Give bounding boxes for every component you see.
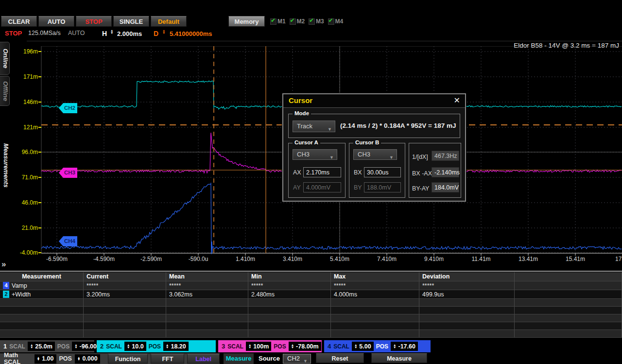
y-tick-label: 46.0m [9, 199, 38, 206]
cursor-b-source-dropdown[interactable]: CH3 ▼ [353, 149, 397, 160]
sidebar-tab-offline[interactable]: Offline [0, 76, 10, 106]
label-button[interactable]: Label [187, 354, 220, 364]
m4-checkbox[interactable]: M4 [328, 17, 344, 25]
delay-spinner-icon[interactable]: ▲▼ [162, 30, 165, 34]
auto-button[interactable]: AUTO [38, 16, 74, 27]
empty-cell [248, 307, 331, 314]
position-label: POS [274, 343, 286, 350]
cursor-dialog-title: Cursor [289, 96, 312, 104]
clear-button[interactable]: CLEAR [1, 16, 37, 27]
fft-button[interactable]: FFT [151, 354, 184, 364]
channel-number: 3 [222, 343, 225, 350]
table-row[interactable]: MeasurementCurrentMeanMinMaxDeviation [0, 272, 622, 281]
sidebar-tab-online[interactable]: Online [0, 42, 10, 75]
measure-setup-button[interactable]: Measure Setup [371, 353, 427, 363]
spinner-icon[interactable]: ▲▼ [77, 357, 80, 361]
x-tick-label: 17.41 [615, 256, 622, 262]
channel-number: 1 [3, 343, 7, 350]
default-button[interactable]: Default [151, 16, 187, 27]
column-header: Min [248, 272, 331, 281]
bx-label: BX [354, 169, 362, 176]
x-tick-label: 7.410m [377, 256, 397, 262]
x-tick-label: -2.590m [140, 256, 162, 262]
h-spinner-icon[interactable]: ▲▼ [110, 30, 113, 34]
math-scale-input[interactable]: ▲▼ 1.00 [35, 354, 56, 364]
x-tick-label: 11.41m [471, 256, 490, 262]
memory-button[interactable]: Memory [228, 16, 265, 27]
memory-check-label: M1 [277, 18, 286, 25]
position-value-input[interactable]: ▲▼-78.00m [289, 342, 321, 351]
expand-panel-icon[interactable]: » [1, 260, 5, 269]
checkbox-checked-icon [290, 18, 296, 25]
empty-cell [419, 314, 515, 322]
table-row[interactable]: 2+Width3.200ms3.062ms2.480ms4.000ms499.9… [0, 290, 622, 299]
close-icon[interactable]: ✕ [454, 96, 460, 105]
cursor-dialog-titlebar[interactable]: Cursor ✕ [283, 94, 465, 108]
scale-value-input[interactable]: ▲▼10.0 [124, 342, 146, 351]
x-tick-label: -590.0u [189, 256, 208, 262]
empty-cell [419, 307, 515, 314]
horizontal-scale-value[interactable]: 2.000ms [117, 30, 142, 37]
bx-input[interactable]: 30.00us [364, 167, 401, 177]
oscilloscope-app: CLEARAUTOSTOPSINGLEDefaultMemoryM1M2M3M4… [0, 0, 622, 364]
measure-button[interactable]: Measure [224, 353, 254, 364]
m3-checkbox[interactable]: M3 [309, 17, 324, 25]
cursor-b-group: Cursor B CH3 ▼ BX 30.00us BY 188.0mV [349, 143, 405, 198]
empty-cell [331, 299, 419, 306]
table-row[interactable] [0, 322, 622, 330]
memory-check-label: M4 [335, 18, 344, 25]
cursor-dialog: Cursor ✕ Mode Track ▼ (2.14 ms / 2) * 0.… [282, 93, 466, 202]
m2-checkbox[interactable]: M2 [290, 17, 305, 25]
energy-formula: (2.14 ms / 2) * 0.184A * 952V = 187 mJ [340, 122, 456, 129]
reset-statistic-button[interactable]: Reset Statistic [316, 353, 364, 363]
table-row[interactable] [0, 299, 622, 307]
measurement-value: 2.480ms [248, 290, 331, 298]
table-row[interactable]: 4Vamp************************* [0, 281, 622, 290]
dy-value: 184.0mV [432, 182, 459, 192]
sidebar-tab-measurements[interactable]: Measurements [1, 136, 10, 195]
table-row[interactable] [0, 330, 622, 338]
single-button[interactable]: SINGLE [113, 16, 149, 27]
cursor-a-group-label: Cursor A [293, 139, 320, 145]
scale-value-input[interactable]: ▲▼5.00 [352, 342, 374, 351]
source-dropdown[interactable]: CH2 ▼ [283, 354, 311, 364]
mode-group: Mode Track ▼ (2.14 ms / 2) * 0.184A * 95… [288, 114, 460, 138]
scale-label: SCAL [9, 343, 25, 350]
channel-1-scale-bar: 1SCAL▲▼25.0mPOS▲▼-96.00m [0, 340, 94, 352]
x-tick-label: 5.410m [330, 256, 349, 262]
stop-button[interactable]: STOP [76, 16, 112, 27]
empty-cell [84, 314, 166, 322]
measurement-value: 3.200ms [84, 290, 166, 298]
checkbox-checked-icon [328, 18, 334, 25]
cursor-b-group-label: Cursor B [353, 139, 381, 145]
delay-value[interactable]: 5.41000000ms [170, 30, 212, 37]
measurement-value: 3.062ms [166, 290, 248, 298]
scale-value-input[interactable]: ▲▼100m [246, 342, 271, 351]
table-row[interactable] [0, 314, 622, 322]
measurement-name: Vamp [12, 282, 27, 289]
scale-value-input[interactable]: ▲▼25.0m [28, 342, 55, 351]
spinner-icon[interactable]: ▲▼ [37, 357, 40, 361]
measurement-value: ***** [84, 281, 166, 290]
position-label: POS [57, 343, 69, 350]
cursor-results-group: 1/[dX] 467.3Hz BX -AX -2.140ms BY-AY 184… [409, 143, 461, 198]
ax-input[interactable]: 2.170ms [303, 167, 341, 177]
chevron-down-icon: ▼ [389, 153, 394, 162]
x-tick-label: 1.410m [236, 256, 255, 262]
measurement-value [515, 281, 622, 290]
table-row[interactable] [0, 307, 622, 314]
y-tick-label: 71.0m [9, 174, 38, 181]
position-value-input[interactable]: ▲▼18.20 [163, 342, 189, 351]
cursor-a-source-dropdown[interactable]: CH3 ▼ [293, 149, 337, 160]
m1-checkbox[interactable]: M1 [270, 17, 286, 25]
mode-dropdown[interactable]: Track ▼ [293, 121, 335, 132]
measurement-value: ***** [419, 281, 515, 290]
math-pos-input[interactable]: ▲▼ 0.000 [75, 354, 100, 364]
math-scale-label: Math SCAL [4, 352, 32, 364]
measurement-name: +Width [12, 291, 31, 298]
empty-cell [419, 322, 515, 329]
y-tick-label: 171m [9, 73, 38, 80]
position-value-input[interactable]: ▲▼-17.60 [391, 342, 418, 351]
empty-cell [0, 299, 84, 306]
function-button[interactable]: Function [108, 354, 148, 364]
